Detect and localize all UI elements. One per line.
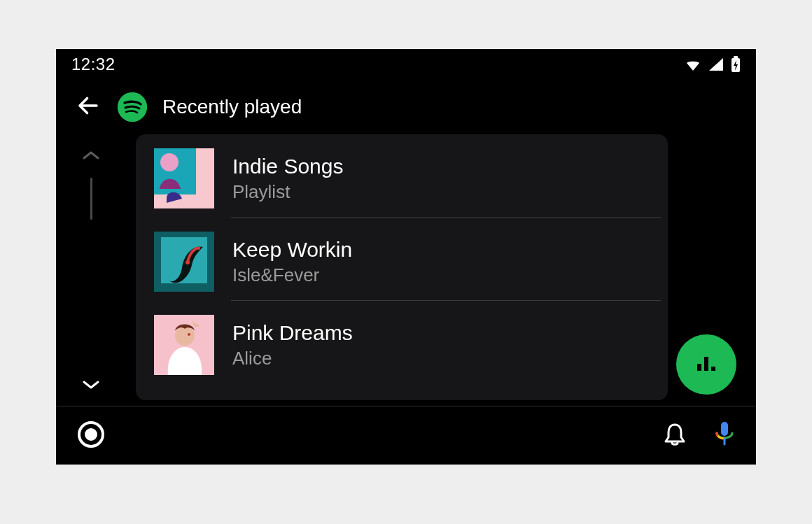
- voice-assistant-button[interactable]: [714, 420, 735, 451]
- spotify-logo-icon: [118, 92, 147, 122]
- list-item-subtitle: Playlist: [232, 181, 343, 203]
- back-button[interactable]: [74, 93, 102, 121]
- status-bar: 12:32: [56, 49, 756, 80]
- svg-point-11: [175, 326, 195, 346]
- list-item[interactable]: Keep Workin Isle&Fever: [136, 218, 668, 300]
- scroll-down-button[interactable]: [82, 379, 100, 393]
- list-item-text: Keep Workin Isle&Fever: [232, 238, 352, 286]
- app-header: Recently played: [56, 80, 756, 134]
- list-item-title: Indie Songs: [232, 155, 343, 178]
- mic-icon: [714, 420, 735, 451]
- svg-rect-13: [697, 364, 701, 371]
- list-item[interactable]: Indie Songs Playlist: [136, 134, 668, 217]
- svg-point-17: [85, 428, 97, 441]
- equalizer-icon: [694, 353, 718, 376]
- svg-point-9: [186, 260, 190, 264]
- list-item[interactable]: Pink Dreams Alice: [136, 301, 668, 383]
- now-playing-fab[interactable]: [676, 334, 736, 395]
- page-title: Recently played: [162, 96, 302, 118]
- wifi-icon: [685, 57, 701, 71]
- scroll-up-group: [82, 150, 100, 220]
- svg-rect-14: [704, 357, 708, 371]
- app-launcher-button[interactable]: [77, 420, 105, 451]
- scroll-track[interactable]: [90, 178, 92, 220]
- list-item-text: Indie Songs Playlist: [232, 155, 343, 203]
- list-item-title: Pink Dreams: [232, 321, 353, 345]
- bell-icon: [664, 422, 686, 450]
- scroll-column: [56, 134, 126, 406]
- svg-point-12: [188, 333, 190, 336]
- battery-charging-icon: [731, 56, 741, 73]
- album-art: [154, 148, 214, 208]
- device-screen: 12:32: [56, 49, 756, 465]
- status-clock: 12:32: [71, 55, 115, 74]
- list-item-text: Pink Dreams Alice: [232, 321, 353, 369]
- back-arrow-icon: [76, 93, 101, 121]
- list-item-subtitle: Isle&Fever: [232, 264, 352, 286]
- list-panel: Indie Songs Playlist Keep Wo: [136, 134, 668, 400]
- nav-bar: [56, 406, 756, 465]
- content-area: Indie Songs Playlist Keep Wo: [56, 134, 756, 406]
- list-item-title: Keep Workin: [232, 238, 352, 262]
- app-launcher-icon: [77, 420, 105, 451]
- svg-rect-4: [196, 148, 214, 194]
- scroll-up-button[interactable]: [82, 150, 100, 164]
- chevron-up-icon: [82, 151, 100, 163]
- svg-rect-15: [711, 367, 715, 371]
- svg-point-6: [160, 153, 178, 171]
- svg-rect-18: [721, 422, 728, 436]
- svg-rect-1: [734, 56, 738, 59]
- list-item-subtitle: Alice: [232, 348, 353, 369]
- chevron-down-icon: [82, 381, 100, 392]
- status-icons: [685, 56, 741, 73]
- album-art: [154, 315, 214, 375]
- cellular-icon: [708, 57, 724, 71]
- album-art: [154, 232, 214, 292]
- notifications-button[interactable]: [664, 422, 686, 450]
- nav-right: [664, 420, 735, 451]
- svg-rect-5: [154, 194, 214, 208]
